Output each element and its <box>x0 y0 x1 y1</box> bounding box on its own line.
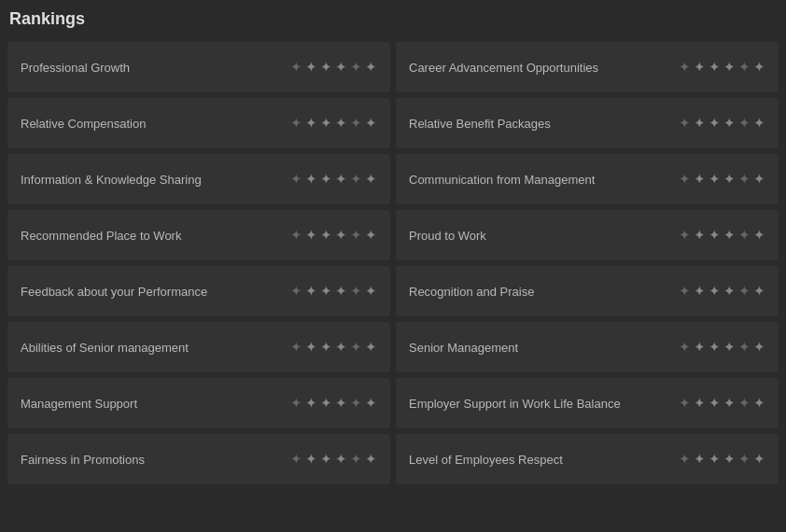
stars-employer-support[interactable]: ✦✦✦✦✦✦ <box>679 395 765 412</box>
star-3[interactable]: ✦ <box>320 115 332 132</box>
star-4[interactable]: ✦ <box>723 115 736 132</box>
star-4[interactable]: ✦ <box>723 339 736 356</box>
star-3[interactable]: ✦ <box>709 227 721 244</box>
star-2[interactable]: ✦ <box>305 339 317 356</box>
star-3[interactable]: ✦ <box>320 171 332 188</box>
star-5[interactable]: ✦ <box>350 59 362 76</box>
star-1[interactable]: ✦ <box>679 451 691 468</box>
star-3[interactable]: ✦ <box>320 395 332 412</box>
star-4[interactable]: ✦ <box>723 227 736 244</box>
star-6[interactable]: ✦ <box>365 227 377 244</box>
star-4[interactable]: ✦ <box>723 451 736 468</box>
star-5[interactable]: ✦ <box>350 227 362 244</box>
stars-management-support[interactable]: ✦✦✦✦✦✦ <box>290 395 377 412</box>
star-3[interactable]: ✦ <box>320 227 332 244</box>
star-3[interactable]: ✦ <box>709 451 721 468</box>
star-5[interactable]: ✦ <box>738 339 751 356</box>
star-2[interactable]: ✦ <box>694 283 706 300</box>
star-4[interactable]: ✦ <box>335 283 347 300</box>
star-3[interactable]: ✦ <box>709 395 721 412</box>
star-4[interactable]: ✦ <box>335 451 347 468</box>
stars-communication-management[interactable]: ✦✦✦✦✦✦ <box>679 171 765 188</box>
star-5[interactable]: ✦ <box>350 451 362 468</box>
star-2[interactable]: ✦ <box>305 115 317 132</box>
stars-recognition-praise[interactable]: ✦✦✦✦✦✦ <box>679 283 765 300</box>
star-5[interactable]: ✦ <box>350 115 362 132</box>
star-2[interactable]: ✦ <box>305 171 317 188</box>
star-1[interactable]: ✦ <box>290 451 302 468</box>
star-1[interactable]: ✦ <box>290 227 302 244</box>
star-4[interactable]: ✦ <box>723 171 736 188</box>
star-2[interactable]: ✦ <box>694 395 706 412</box>
stars-senior-management[interactable]: ✦✦✦✦✦✦ <box>679 339 765 356</box>
star-1[interactable]: ✦ <box>679 59 691 76</box>
star-3[interactable]: ✦ <box>320 451 332 468</box>
star-3[interactable]: ✦ <box>709 339 721 356</box>
star-6[interactable]: ✦ <box>753 395 765 412</box>
star-5[interactable]: ✦ <box>738 59 751 76</box>
star-4[interactable]: ✦ <box>335 227 347 244</box>
star-5[interactable]: ✦ <box>350 339 362 356</box>
star-1[interactable]: ✦ <box>290 59 302 76</box>
stars-feedback-performance[interactable]: ✦✦✦✦✦✦ <box>290 283 377 300</box>
star-2[interactable]: ✦ <box>694 171 706 188</box>
star-4[interactable]: ✦ <box>723 283 736 300</box>
star-1[interactable]: ✦ <box>290 115 302 132</box>
star-6[interactable]: ✦ <box>753 115 765 132</box>
star-1[interactable]: ✦ <box>290 395 302 412</box>
star-2[interactable]: ✦ <box>305 451 317 468</box>
star-4[interactable]: ✦ <box>723 59 736 76</box>
star-5[interactable]: ✦ <box>350 171 362 188</box>
stars-relative-compensation[interactable]: ✦✦✦✦✦✦ <box>290 115 377 132</box>
star-6[interactable]: ✦ <box>365 59 377 76</box>
star-5[interactable]: ✦ <box>738 115 751 132</box>
stars-proud-to-work[interactable]: ✦✦✦✦✦✦ <box>679 227 765 244</box>
star-3[interactable]: ✦ <box>320 59 332 76</box>
star-2[interactable]: ✦ <box>305 227 317 244</box>
star-3[interactable]: ✦ <box>320 283 332 300</box>
star-2[interactable]: ✦ <box>694 115 706 132</box>
star-4[interactable]: ✦ <box>335 339 347 356</box>
star-1[interactable]: ✦ <box>679 339 691 356</box>
star-6[interactable]: ✦ <box>365 339 377 356</box>
star-3[interactable]: ✦ <box>709 171 721 188</box>
star-5[interactable]: ✦ <box>738 283 751 300</box>
star-6[interactable]: ✦ <box>365 283 377 300</box>
stars-recommended-place[interactable]: ✦✦✦✦✦✦ <box>290 227 377 244</box>
star-1[interactable]: ✦ <box>290 171 302 188</box>
star-2[interactable]: ✦ <box>694 227 706 244</box>
star-4[interactable]: ✦ <box>335 171 347 188</box>
star-5[interactable]: ✦ <box>350 395 362 412</box>
stars-career-advancement[interactable]: ✦✦✦✦✦✦ <box>679 59 765 76</box>
star-1[interactable]: ✦ <box>679 283 691 300</box>
star-6[interactable]: ✦ <box>753 59 765 76</box>
stars-info-knowledge[interactable]: ✦✦✦✦✦✦ <box>290 171 377 188</box>
star-5[interactable]: ✦ <box>350 283 362 300</box>
star-6[interactable]: ✦ <box>753 339 765 356</box>
star-4[interactable]: ✦ <box>335 59 347 76</box>
star-5[interactable]: ✦ <box>738 227 751 244</box>
star-5[interactable]: ✦ <box>738 395 751 412</box>
star-3[interactable]: ✦ <box>709 115 721 132</box>
star-1[interactable]: ✦ <box>290 339 302 356</box>
star-5[interactable]: ✦ <box>738 451 751 468</box>
star-1[interactable]: ✦ <box>290 283 302 300</box>
star-1[interactable]: ✦ <box>679 227 691 244</box>
star-6[interactable]: ✦ <box>753 451 765 468</box>
star-6[interactable]: ✦ <box>753 227 765 244</box>
star-4[interactable]: ✦ <box>723 395 736 412</box>
stars-fairness-promotions[interactable]: ✦✦✦✦✦✦ <box>290 451 377 468</box>
star-1[interactable]: ✦ <box>679 171 691 188</box>
star-1[interactable]: ✦ <box>679 395 691 412</box>
star-2[interactable]: ✦ <box>305 283 317 300</box>
star-6[interactable]: ✦ <box>365 395 377 412</box>
star-2[interactable]: ✦ <box>305 395 317 412</box>
star-2[interactable]: ✦ <box>305 59 317 76</box>
star-6[interactable]: ✦ <box>753 171 765 188</box>
stars-abilities-senior[interactable]: ✦✦✦✦✦✦ <box>290 339 377 356</box>
star-2[interactable]: ✦ <box>694 451 706 468</box>
star-6[interactable]: ✦ <box>365 115 377 132</box>
star-3[interactable]: ✦ <box>320 339 332 356</box>
star-4[interactable]: ✦ <box>335 395 347 412</box>
stars-professional-growth[interactable]: ✦✦✦✦✦✦ <box>290 59 377 76</box>
